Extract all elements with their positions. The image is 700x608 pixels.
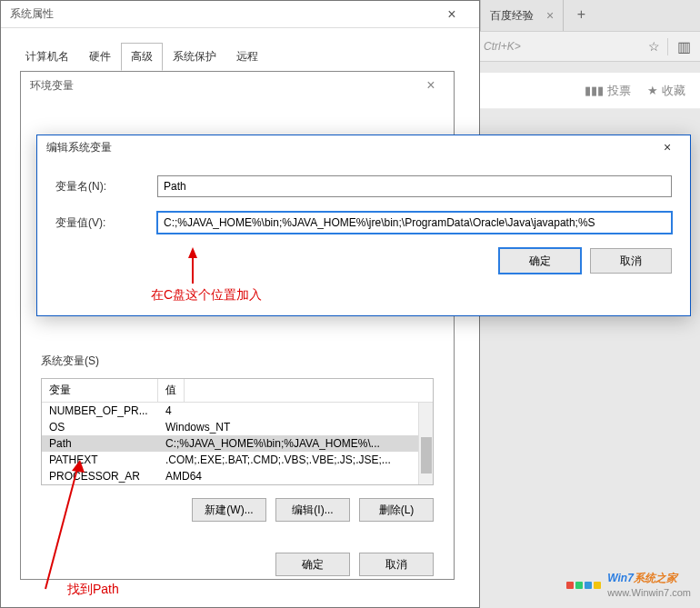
column-value: 值 [158,379,185,402]
favorite-action[interactable]: ★收藏 [647,83,685,99]
table-row[interactable]: OSWindows_NT [42,419,433,435]
close-icon[interactable]: × [434,6,470,23]
table-row[interactable]: PATHEXT.COM;.EXE;.BAT;.CMD;.VBS;.VBE;.JS… [42,452,433,468]
variable-name-label: 变量名(N): [55,179,157,194]
table-row[interactable]: PathC:;%JAVA_HOME%\bin;%JAVA_HOME%\... [42,435,433,452]
tab-label: 百度经验 [490,8,534,24]
address-hint: Ctrl+K> [480,40,521,53]
tab-remote[interactable]: 远程 [226,43,268,71]
table-body: NUMBER_OF_PR...4 OSWindows_NT PathC:;%JA… [42,403,433,484]
table-row[interactable]: NUMBER_OF_PR...4 [42,403,433,419]
system-variables-table: 变量 值 NUMBER_OF_PR...4 OSWindows_NT PathC… [41,378,434,485]
window-titlebar: 系统属性 × [1,1,479,28]
watermark-url: www.Winwin7.com [607,587,691,598]
page-actions: ▮▮▮投票 ★收藏 [480,73,700,109]
column-variable: 变量 [42,379,158,402]
system-variables-label: 系统变量(S) [41,354,434,369]
table-row[interactable]: PROCESSOR_ARAMD64 [42,468,433,484]
vote-action[interactable]: ▮▮▮投票 [585,83,631,99]
dialog-title: 环境变量 [30,78,74,94]
watermark-brand: Win7系统之家 [607,572,677,584]
watermark: Win7系统之家 www.Winwin7.com [565,571,691,599]
browser-tab[interactable]: 百度经验 × [481,0,564,31]
tab-computer-name[interactable]: 计算机名 [15,43,79,71]
tab-system-protection[interactable]: 系统保护 [163,43,226,71]
new-tab-button[interactable]: + [568,6,595,23]
star-icon: ★ [647,84,658,97]
reading-list-icon[interactable]: ▥ [667,38,700,55]
edit-system-variable-dialog: 编辑系统变量 × 变量名(N): 变量值(V): 确定 取消 [36,135,691,316]
new-button[interactable]: 新建(W)... [192,498,266,522]
bookmark-icon[interactable]: ☆ [641,39,667,54]
ok-button[interactable]: 确定 [275,553,350,576]
tabs: 计算机名 硬件 高级 系统保护 远程 [15,43,470,71]
close-icon[interactable]: × [546,8,554,23]
windows-logo-icon [565,581,584,590]
scrollbar-thumb[interactable] [421,437,432,473]
dialog-titlebar: 编辑系统变量 × [37,135,690,159]
edit-button[interactable]: 编辑(I)... [275,498,350,522]
scrollbar[interactable] [418,403,433,484]
window-title: 系统属性 [10,6,54,22]
tab-advanced[interactable]: 高级 [121,43,163,71]
variable-value-label: 变量值(V): [55,215,157,231]
cancel-button[interactable]: 取消 [590,248,672,274]
close-icon[interactable]: × [417,77,445,94]
ok-button[interactable]: 确定 [499,248,581,274]
close-icon[interactable]: × [654,140,681,154]
tab-hardware[interactable]: 硬件 [79,43,121,71]
browser-tab-strip: 百度经验 × + [480,0,700,31]
variable-name-input[interactable] [157,175,672,197]
dialog-title: 编辑系统变量 [46,140,112,155]
browser-address-bar: Ctrl+K> ☆ ▥ [480,31,700,62]
table-header: 变量 值 [42,379,433,403]
windows-logo-icon [584,581,602,590]
system-variables-buttons: 新建(W)... 编辑(I)... 删除(L) [41,498,434,522]
dialog-titlebar: 环境变量 × [21,72,454,99]
delete-button[interactable]: 删除(L) [359,498,434,522]
bar-chart-icon: ▮▮▮ [585,84,604,97]
variable-value-input[interactable] [157,212,672,234]
dialog-footer: 确定 取消 [41,553,434,576]
cancel-button[interactable]: 取消 [359,553,434,576]
